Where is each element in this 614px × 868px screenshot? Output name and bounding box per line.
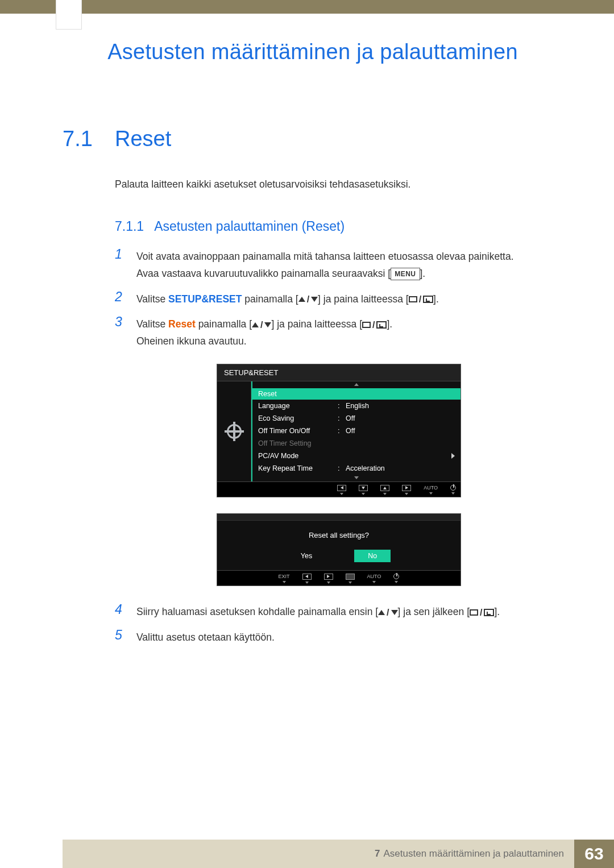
- step-body: Siirry haluamasi asetuksen kohdalle pain…: [136, 602, 500, 621]
- osd-row-pcav: PC/AV Mode: [252, 450, 460, 462]
- enter-icon: [484, 609, 494, 616]
- osd-row-offtimer: Off Timer On/Off : Off: [252, 425, 460, 437]
- step-number: 2: [115, 289, 126, 305]
- osd-row-keyrepeat: Key Repeat Time : Acceleration: [252, 462, 460, 475]
- step-body: Valittu asetus otetaan käyttöön.: [136, 628, 275, 646]
- step-2-mid2: ] ja paina laitteessa [: [318, 293, 409, 305]
- osd-figures: SETUP&RESET Reset Language : English: [115, 364, 563, 586]
- step-number: 3: [115, 314, 126, 330]
- osd-row-label: Key Repeat Time: [258, 464, 338, 472]
- rect-enter-icon: /: [470, 605, 494, 620]
- osd-left-icon-area: [217, 381, 251, 481]
- step-number: 4: [115, 602, 126, 618]
- osd-footer: AUTO: [217, 481, 460, 497]
- enter-icon: [376, 321, 387, 329]
- chapter-tab: [56, 0, 82, 30]
- subsection-number: 7.1.1: [115, 219, 144, 234]
- step-3-pre: Valitse: [136, 318, 168, 330]
- triangle-down-icon: [264, 322, 271, 327]
- osd-footer-exit: EXIT: [279, 574, 290, 583]
- osd-confirm-question: Reset all settings?: [217, 531, 460, 539]
- step-list-continued: 4 Siirry haluamasi asetuksen kohdalle pa…: [115, 602, 563, 646]
- osd-row-value: English: [346, 402, 455, 410]
- step-3-post: ].: [387, 318, 392, 330]
- osd-row-label: Off Timer Setting: [258, 439, 338, 447]
- right-icon: [402, 485, 411, 491]
- osd-row-value: Acceleration: [346, 464, 455, 472]
- enter-icon: [346, 574, 355, 580]
- step-4: 4 Siirry haluamasi asetuksen kohdalle pa…: [115, 602, 563, 621]
- osd-title: SETUP&RESET: [217, 364, 460, 381]
- osd-footer-auto: AUTO: [424, 485, 438, 495]
- auto-label: AUTO: [367, 574, 381, 579]
- rect-icon: [470, 609, 478, 616]
- step-2-pre: Valitse: [136, 293, 168, 305]
- gear-icon: [227, 424, 242, 439]
- osd-confirm-dialog: Reset all settings? Yes No EXIT AUTO: [217, 513, 461, 586]
- triangle-up-icon: [252, 322, 259, 327]
- osd-row-label: Language: [258, 402, 338, 410]
- osd-confirm-body: Reset all settings? Yes No: [217, 521, 460, 570]
- footer-chapter: 7 Asetusten määrittäminen ja palauttamin…: [63, 840, 574, 868]
- osd-row-label: Reset: [258, 390, 338, 398]
- osd-footer-left: [302, 574, 312, 584]
- step-1-text-b-post: ].: [420, 268, 426, 279]
- power-icon: [393, 574, 399, 579]
- right-icon: [324, 574, 333, 580]
- step-3: 3 Valitse Reset painamalla [/] ja paina …: [115, 314, 563, 350]
- step-body: Voit avata avainoppaan painamalla mitä t…: [136, 247, 514, 283]
- subsection-title: Asetusten palauttaminen (Reset): [154, 219, 345, 234]
- section-heading: 7.1 Reset: [63, 127, 563, 151]
- step-2: 2 Valitse SETUP&RESET painamalla [/] ja …: [115, 289, 563, 308]
- osd-row-offtimer-setting: Off Timer Setting: [252, 437, 460, 450]
- osd-list: Reset Language : English Eco Saving : Of…: [251, 381, 460, 481]
- rect-icon: [362, 322, 371, 328]
- step-4-mid: ] ja sen jälkeen [: [398, 606, 470, 617]
- osd-confirm-buttons: Yes No: [217, 550, 460, 562]
- osd-body: Reset Language : English Eco Saving : Of…: [217, 381, 460, 481]
- auto-label: AUTO: [424, 485, 438, 491]
- step-body: Valitse SETUP&RESET painamalla [/] ja pa…: [136, 289, 439, 308]
- osd-row-label: PC/AV Mode: [258, 452, 338, 460]
- triangle-down-icon: [311, 297, 318, 302]
- left-icon: [302, 574, 312, 580]
- reset-keyword: Reset: [168, 318, 196, 330]
- step-4-post: ].: [494, 606, 500, 617]
- subsection-heading: 7.1.1 Asetusten palauttaminen (Reset): [115, 219, 563, 234]
- step-4-pre: Siirry haluamasi asetuksen kohdalle pain…: [136, 606, 378, 617]
- section-number: 7.1: [63, 127, 115, 151]
- step-5-text: Valittu asetus otetaan käyttöön.: [136, 632, 275, 643]
- osd-row-eco: Eco Saving : Off: [252, 412, 460, 425]
- step-number: 1: [115, 247, 126, 263]
- step-3-extra: Oheinen ikkuna avautuu.: [136, 335, 247, 347]
- osd-row-label: Eco Saving: [258, 414, 338, 422]
- osd-row-reset: Reset: [252, 388, 460, 400]
- top-khaki-bar: [0, 0, 614, 14]
- enter-icon: [423, 296, 433, 303]
- down-icon: [359, 485, 368, 491]
- up-down-icon: /: [252, 317, 271, 333]
- osd-footer-auto: AUTO: [367, 574, 381, 583]
- osd-row-language: Language : English: [252, 400, 460, 412]
- section-title: Reset: [115, 127, 171, 151]
- section-intro: Palauta laitteen kaikki asetukset oletus…: [115, 178, 563, 190]
- osd-row-value: Off: [346, 427, 455, 435]
- step-3-mid2: ] ja paina laitteessa [: [271, 318, 362, 330]
- step-1-text-a: Voit avata avainoppaan painamalla mitä t…: [136, 251, 514, 262]
- step-number: 5: [115, 628, 126, 643]
- osd-scroll-up-icon: [252, 381, 460, 388]
- step-3-mid1: painamalla [: [196, 318, 252, 330]
- page-content: Asetusten määrittäminen ja palauttaminen…: [63, 40, 563, 653]
- step-2-post: ].: [433, 293, 439, 305]
- rect-enter-icon: /: [409, 292, 433, 307]
- rect-enter-icon: /: [362, 317, 387, 333]
- osd-confirm-top: [217, 514, 460, 521]
- step-list: 1 Voit avata avainoppaan painamalla mitä…: [115, 247, 563, 350]
- osd-footer-power: [450, 485, 456, 495]
- triangle-down-icon: [391, 610, 398, 615]
- osd-footer-enter: [346, 574, 355, 584]
- power-icon: [450, 485, 456, 491]
- osd-scroll-down-icon: [252, 475, 460, 481]
- footer-chapter-num: 7: [375, 848, 380, 859]
- step-1-text-b-pre: Avaa vastaava kuvaruutuvalikko painamall…: [136, 268, 391, 279]
